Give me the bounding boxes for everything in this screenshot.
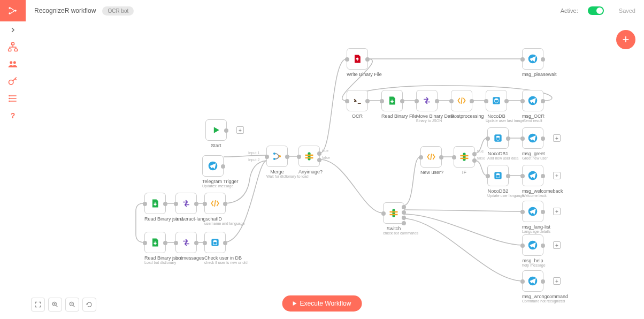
- saved-status: Saved: [619, 7, 635, 14]
- add-output-wrongcommand[interactable]: +: [553, 277, 561, 285]
- node-msg-langlist[interactable]: msg_lang-list Language details: [522, 201, 543, 233]
- fit-view-button[interactable]: [31, 298, 45, 312]
- svg-point-9: [9, 95, 10, 97]
- zoom-in-button[interactable]: [48, 298, 62, 312]
- node-nocodb1[interactable]: NocoDB1 Add new user data: [487, 127, 509, 160]
- node-if[interactable]: IF: [454, 146, 475, 175]
- sidebar-executions-icon[interactable]: [0, 90, 26, 107]
- add-output-greet[interactable]: +: [553, 134, 561, 142]
- svg-rect-19: [305, 155, 313, 156]
- node-msg-greet[interactable]: msg_greet Greet new user: [522, 127, 543, 160]
- if-false-label: false: [477, 156, 485, 160]
- app-logo: [0, 0, 26, 21]
- svg-rect-26: [393, 209, 395, 217]
- svg-rect-3: [12, 43, 14, 45]
- svg-rect-4: [9, 49, 11, 51]
- add-output-start[interactable]: +: [236, 126, 244, 134]
- svg-rect-5: [14, 49, 17, 51]
- node-postprocessing[interactable]: Postprocessing: [451, 90, 472, 119]
- svg-point-10: [9, 98, 10, 100]
- active-label: Active:: [561, 7, 578, 14]
- sidebar-credentials-icon[interactable]: [0, 73, 26, 90]
- svg-rect-28: [390, 214, 398, 216]
- svg-rect-31: [461, 158, 469, 160]
- svg-point-0: [9, 7, 11, 9]
- svg-point-33: [496, 136, 500, 138]
- svg-rect-22: [493, 97, 500, 104]
- svg-point-35: [496, 173, 500, 175]
- sidebar-expand-icon[interactable]: [0, 21, 26, 39]
- svg-rect-29: [463, 153, 466, 161]
- node-ocr[interactable]: OCR: [347, 90, 368, 119]
- add-output-welcomeback[interactable]: +: [553, 172, 561, 179]
- node-nocodb[interactable]: NocoDB Update user last image: [486, 90, 507, 123]
- node-msg-ocr[interactable]: msg_OCR Send result: [522, 90, 543, 123]
- anyimage-true-label: true: [322, 149, 328, 153]
- merge-input1-label: Input 1: [248, 151, 259, 155]
- workflow-canvas[interactable]: Start + Telegram Trigger Updates: messag…: [26, 21, 644, 319]
- node-nocodb2[interactable]: NocoDB2 Update user language: [487, 165, 509, 198]
- anyimage-false-label: false: [322, 156, 330, 160]
- node-tesseract-langs[interactable]: tesseract-langs: [175, 193, 197, 222]
- reset-view-button[interactable]: [82, 298, 96, 312]
- connection-wires: [26, 21, 644, 319]
- node-botmessages[interactable]: botmessages: [175, 232, 197, 261]
- node-msg-pleasewait[interactable]: msg_pleasewait: [522, 48, 543, 77]
- node-move-binary[interactable]: Move Binary Data Binary to JSON: [416, 90, 438, 123]
- add-node-button[interactable]: +: [616, 30, 635, 49]
- svg-rect-34: [494, 172, 501, 179]
- svg-rect-32: [494, 134, 501, 141]
- svg-point-2: [14, 10, 17, 12]
- svg-point-1: [9, 12, 11, 14]
- node-anyimage[interactable]: Anyimage?: [298, 146, 320, 174]
- execute-workflow-button[interactable]: Execute Workflow: [282, 295, 362, 312]
- node-msg-help[interactable]: msg_help help message: [522, 234, 543, 267]
- node-msg-wrongcommand[interactable]: msg_wrongcommand Command not recognized: [522, 270, 543, 303]
- node-msg-welcomeback[interactable]: msg_welcomeback Welcome back: [522, 165, 543, 198]
- merge-input2-label: Input 2: [248, 158, 259, 162]
- active-toggle[interactable]: [588, 6, 604, 15]
- svg-rect-30: [461, 155, 469, 157]
- svg-rect-27: [390, 211, 398, 213]
- node-switch[interactable]: Switch check bot commands: [383, 202, 404, 235]
- node-telegram-trigger[interactable]: Telegram Trigger Updates: message: [202, 155, 224, 188]
- svg-point-6: [10, 61, 12, 64]
- svg-point-8: [9, 80, 13, 85]
- node-merge[interactable]: Merge Wait for dictionary to load: [266, 146, 288, 178]
- workflow-name[interactable]: RecognizeR workflow: [34, 7, 96, 14]
- svg-point-11: [9, 101, 10, 102]
- svg-point-14: [213, 240, 217, 242]
- node-chatid[interactable]: chatID username and language: [204, 193, 226, 225]
- svg-point-23: [495, 98, 499, 100]
- zoom-out-button[interactable]: [65, 298, 79, 312]
- node-read-binary-json1[interactable]: Read Binary json1: [144, 193, 166, 222]
- sidebar-help-icon[interactable]: ?: [0, 107, 26, 124]
- node-read-binary-json[interactable]: Read Binary json Load bot dictionary: [144, 232, 166, 264]
- sidebar-workflows-icon[interactable]: [0, 39, 26, 56]
- node-start[interactable]: Start: [205, 119, 227, 148]
- svg-rect-21: [358, 103, 361, 104]
- sidebar-users-icon[interactable]: [0, 56, 26, 73]
- svg-point-15: [273, 153, 275, 155]
- svg-rect-18: [308, 153, 311, 161]
- node-read-binary-file[interactable]: Read Binary File: [381, 90, 403, 119]
- svg-point-7: [13, 61, 16, 64]
- node-new-user[interactable]: New user?: [420, 146, 442, 175]
- svg-rect-20: [305, 157, 313, 159]
- node-check-user[interactable]: Check user in DB check if user is new or…: [204, 232, 226, 264]
- node-write-binary[interactable]: Write Binary File: [347, 48, 368, 77]
- add-output-langlist[interactable]: +: [553, 208, 561, 215]
- workflow-tag[interactable]: OCR bot: [102, 6, 134, 16]
- add-output-help[interactable]: +: [553, 241, 561, 249]
- if-true-label: true: [477, 149, 484, 153]
- svg-point-16: [273, 158, 275, 160]
- play-icon: [293, 301, 297, 306]
